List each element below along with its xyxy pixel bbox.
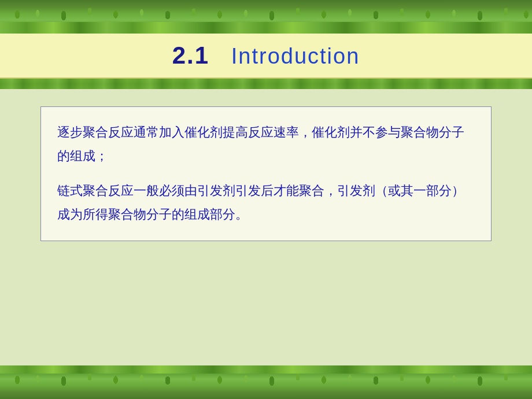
content-box: 逐步聚合反应通常加入催化剂提高反应速率，催化剂并不参与聚合物分子的组成； 链式聚… [40,106,492,241]
slide-container: 2.1 Introduction 逐步聚合反应通常加入催化剂提高反应速率，催化剂… [0,0,532,399]
paragraph-1: 逐步聚合反应通常加入催化剂提高反应速率，催化剂并不参与聚合物分子的组成； [57,121,475,168]
title-intro: Introduction [231,44,360,68]
slide-title: 2.1 Introduction [172,44,360,68]
main-content: 逐步聚合反应通常加入催化剂提高反应速率，催化剂并不参与聚合物分子的组成； 链式聚… [0,89,532,365]
paragraph-2: 链式聚合反应一般必须由引发剂引发后才能聚合，引发剂（或其一部分）成为所得聚合物分… [57,179,475,226]
bottom-grass-border [0,365,532,399]
middle-grass-stripe [0,79,532,89]
top-grass-border [0,0,532,34]
title-number: 2.1 [172,42,209,69]
title-area: 2.1 Introduction [0,34,532,79]
